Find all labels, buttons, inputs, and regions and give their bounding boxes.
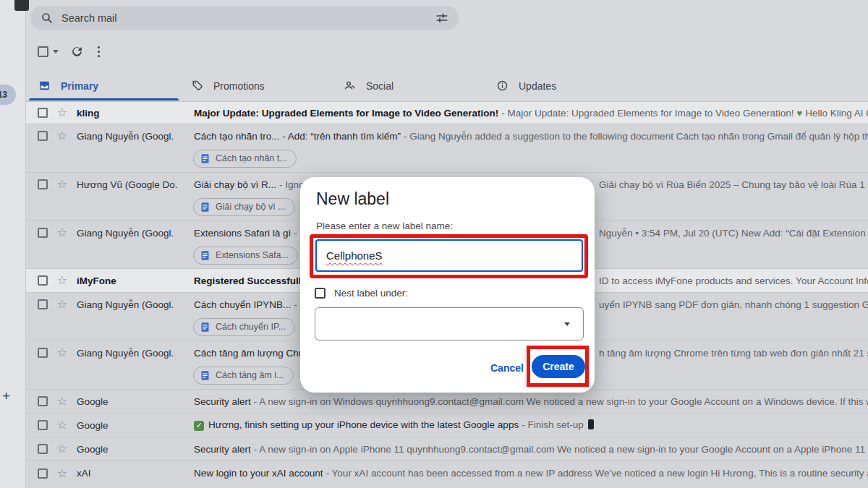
- subject: Registered Successfully: [194, 275, 307, 286]
- subject-line: Security alert- A new sign-in on Windows…: [194, 396, 868, 407]
- subject: Extensions Safari là gì: [194, 228, 291, 239]
- email-row[interactable]: ☆ Google Security alert- A new sign-in o…: [26, 437, 868, 461]
- subject-line: Security alert- A new sign-in on Apple i…: [194, 444, 868, 455]
- search-input[interactable]: Search mail: [61, 12, 427, 24]
- email-row[interactable]: ☆ Giang Nguyễn (Googl. Cách tạo nhãn tro…: [26, 124, 868, 173]
- row-checkbox[interactable]: [38, 396, 48, 406]
- row-checkbox[interactable]: [38, 131, 48, 141]
- subject-line: Major Update: Upgraded Elements for Imag…: [194, 108, 868, 119]
- row-checkbox[interactable]: [38, 468, 48, 479]
- row-checkbox[interactable]: [38, 299, 48, 309]
- email-row[interactable]: ☆ Google ✓Hương, finish setting up your …: [26, 414, 868, 437]
- green-check-icon: ✓: [194, 421, 204, 431]
- sender: Giang Nguyễn (Googl.: [77, 299, 194, 310]
- email-row[interactable]: ☆ Google Security alert- A new sign-in o…: [26, 390, 868, 414]
- snippet: Hello Kling AI Community, We are the: [805, 108, 868, 119]
- star-icon[interactable]: ☆: [56, 107, 69, 119]
- sender: kling: [77, 108, 194, 119]
- star-icon[interactable]: ☆: [56, 179, 69, 190]
- tab-updates[interactable]: Updates: [487, 71, 639, 100]
- list-toolbar: [38, 44, 100, 59]
- star-icon[interactable]: ☆: [56, 130, 69, 142]
- sender: Giang Nguyễn (Googl.: [77, 131, 194, 142]
- updates-info-icon: [496, 80, 509, 92]
- star-icon[interactable]: ☆: [56, 299, 69, 310]
- subject: Cách tạo nhãn tro... - Add: “trên thanh …: [194, 131, 401, 142]
- google-docs-icon: [200, 322, 210, 333]
- snippet: - Major Update: Upgraded Elements for Im…: [501, 108, 793, 119]
- sender: Hương Vũ (Google Do.: [77, 179, 194, 190]
- chip-label: Extensions Safa...: [216, 250, 289, 260]
- dialog-title: New label: [316, 189, 389, 209]
- google-docs-icon: [200, 370, 210, 381]
- star-icon[interactable]: ☆: [56, 227, 69, 239]
- label-name-prompt: Please enter a new label name:: [316, 221, 453, 231]
- snippet: - A new sign-in on Apple iPhone 11 quynh…: [254, 444, 868, 455]
- email-row[interactable]: ☆ kling Major Update: Upgraded Elements …: [26, 102, 868, 124]
- snippet: - Your xAI account has been accessed fro…: [326, 468, 868, 479]
- tab-primary[interactable]: Primary: [29, 71, 182, 100]
- google-docs-icon: [200, 250, 210, 261]
- tab-social-label: Social: [366, 80, 393, 92]
- select-all-checkbox[interactable]: [38, 46, 48, 57]
- tab-updates-label: Updates: [519, 80, 556, 92]
- label-name-value: CellphoneS: [326, 249, 383, 262]
- tab-primary-label: Primary: [61, 80, 98, 92]
- refresh-icon[interactable]: [70, 45, 84, 59]
- doc-attachment-chip[interactable]: Cách tăng âm l...: [193, 367, 294, 385]
- row-checkbox[interactable]: [38, 179, 48, 189]
- tab-promotions[interactable]: Promotions: [182, 71, 334, 100]
- subject-line: ✓Hương, finish setting up your iPhone de…: [194, 419, 868, 431]
- label-count-badge: 13: [0, 85, 16, 105]
- star-icon[interactable]: ☆: [56, 443, 69, 455]
- doc-attachment-chip[interactable]: Cách tạo nhãn t...: [193, 150, 297, 168]
- star-icon[interactable]: ☆: [56, 347, 69, 359]
- plus-icon[interactable]: +: [2, 389, 10, 403]
- search-icon: [41, 12, 54, 25]
- chip-label: Cách chuyển IP...: [216, 322, 286, 332]
- tune-filter-icon[interactable]: [435, 12, 448, 25]
- create-button[interactable]: Create: [532, 355, 585, 378]
- sender: Google: [77, 444, 194, 455]
- nest-label-checkbox[interactable]: [315, 288, 326, 299]
- dropdown-caret-icon: [564, 322, 570, 326]
- doc-attachment-chip[interactable]: Giải chạy bộ vì ...: [193, 198, 295, 216]
- doc-attachment-chip[interactable]: Extensions Safa...: [193, 247, 298, 265]
- tab-social[interactable]: Social: [334, 71, 487, 100]
- subject: Security alert: [194, 444, 251, 455]
- snippet: - Finish set-up: [522, 419, 584, 430]
- label-name-input[interactable]: CellphoneS: [315, 239, 583, 272]
- new-label-dialog: New label Please enter a new label name:…: [300, 177, 595, 393]
- chip-label: Cách tạo nhãn t...: [216, 153, 287, 163]
- tab-promotions-label: Promotions: [213, 80, 265, 92]
- email-row[interactable]: ☆ xAI New login to your xAI account- You…: [26, 461, 868, 488]
- row-checkbox[interactable]: [38, 275, 48, 286]
- row-checkbox[interactable]: [38, 348, 48, 358]
- sender: Giang Nguyễn (Googl.: [77, 228, 194, 239]
- snippet: - Giang Nguyễn added a suggestion to the…: [404, 131, 868, 142]
- sender: Google: [77, 396, 194, 407]
- star-icon[interactable]: ☆: [56, 275, 69, 286]
- google-docs-icon: [200, 202, 210, 213]
- row-checkbox[interactable]: [38, 420, 48, 430]
- collapsed-sidebar: 13 +: [0, 0, 26, 488]
- sender: xAI: [77, 468, 194, 479]
- row-checkbox[interactable]: [38, 108, 48, 118]
- subject: Major Update: Upgraded Elements for Imag…: [194, 108, 498, 119]
- chip-label: Giải chạy bộ vì ...: [216, 202, 286, 212]
- sender: iMyFone: [77, 275, 194, 286]
- row-checkbox[interactable]: [38, 444, 48, 454]
- more-options-icon[interactable]: [98, 51, 100, 53]
- row-checkbox[interactable]: [38, 228, 48, 238]
- subject: Giải chạy bộ vì R...: [194, 179, 276, 190]
- parent-label-dropdown[interactable]: [315, 307, 584, 341]
- star-icon[interactable]: ☆: [56, 419, 69, 431]
- cancel-button[interactable]: Cancel: [490, 362, 524, 374]
- star-icon[interactable]: ☆: [56, 395, 69, 407]
- search-bar[interactable]: Search mail: [30, 6, 459, 30]
- select-dropdown-icon[interactable]: [53, 50, 59, 53]
- doc-attachment-chip[interactable]: Cách chuyển IP...: [193, 318, 295, 336]
- subject: Hương, finish setting up your iPhone dev…: [208, 419, 519, 430]
- primary-inbox-icon: [38, 80, 51, 92]
- star-icon[interactable]: ☆: [56, 468, 69, 479]
